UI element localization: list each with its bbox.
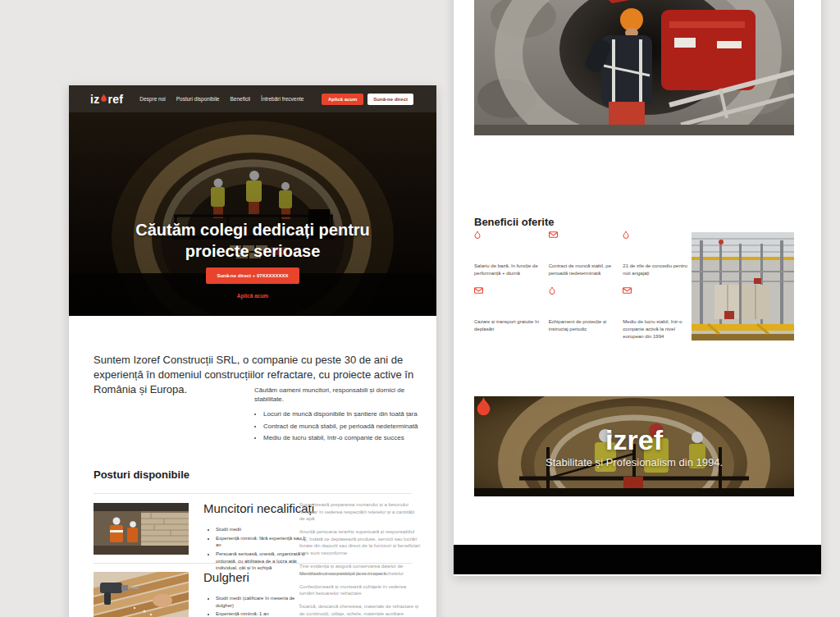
job-title: Dulgheri <box>203 570 249 584</box>
mail-icon <box>474 287 541 295</box>
nav-posturi-disponibile[interactable]: Posturi disponibile <box>176 96 220 102</box>
benefit-text: Cazare și transport gratuite în deplasăr… <box>474 318 541 333</box>
page-footer <box>454 545 821 574</box>
benefit-text: Mediu de lucru stabil, într-o companie a… <box>623 318 689 340</box>
benefit-item: Salariu de bază, în funcție de performan… <box>474 231 541 277</box>
logo[interactable]: iz ref <box>90 94 123 105</box>
banner-overlay: iz ref Stabilitate și Profesionalism din… <box>474 396 794 496</box>
banner-tagline: Stabilitate și Profesionalism din 1994. <box>546 456 723 468</box>
banner-logo: iz ref <box>605 426 663 454</box>
main-nav: Despre noi Posturi disponibile Beneficii… <box>139 96 304 102</box>
benefits-heading: Beneficii oferite <box>474 216 555 228</box>
flame-icon <box>100 94 107 103</box>
job-image-carpentry <box>94 572 189 617</box>
looking-bullet: Locuri de muncă disponibile în șantiere … <box>263 409 420 418</box>
job-requirement: Studii medii <box>216 526 308 533</box>
job-duties: Montează și/sau participă la montarea sc… <box>299 570 421 617</box>
job-requirement: Studii medii (calificare în meseria de d… <box>216 595 308 609</box>
site-header: iz ref Despre noi Posturi disponibile Be… <box>69 85 436 112</box>
logo-prefix: iz <box>605 426 627 454</box>
job-duty: Anunță persoana ierarhic superioară și r… <box>299 528 421 557</box>
flame-icon <box>474 231 541 240</box>
landing-page-right: Beneficii oferite Salariu de bază, în fu… <box>454 0 821 576</box>
looking-bullet: Contract de muncă stabil, pe perioadă ne… <box>263 422 420 431</box>
benefit-text: 21 de zile de concediu pentru noii angaj… <box>623 263 689 277</box>
job-requirements: Studii medii Experiență minimă: fără exp… <box>210 526 308 574</box>
hero-section: Căutăm colegi dedicați pentru proiecte s… <box>69 112 436 316</box>
benefit-item: Contract de muncă stabil, pe perioadă ne… <box>549 231 615 277</box>
benefit-text: Echipament de protecție și instructaj pe… <box>549 318 615 333</box>
nav-beneficii[interactable]: Beneficii <box>231 96 251 102</box>
looking-bullets: Locuri de muncă disponibile în șantiere … <box>254 409 420 442</box>
benefit-item: Echipament de protecție și instructaj pe… <box>549 287 615 340</box>
brand-banner: iz ref Stabilitate și Profesionalism din… <box>474 396 794 496</box>
job-duty: Montează și/sau participă la montarea sc… <box>299 570 421 578</box>
job-requirement: Persoană serioasă, onestă, organizată și… <box>216 551 308 572</box>
flame-icon <box>475 396 492 419</box>
looking-bullet: Mediu de lucru stabil, într-o companie d… <box>263 433 420 442</box>
looking-for-block: Căutăm oameni muncitori, responsabili și… <box>254 386 420 445</box>
benefit-item: Mediu de lucru stabil, într-o companie a… <box>623 287 689 340</box>
tunnel-worker-image <box>474 0 794 135</box>
job-duty: Confecționează și montează cofrajele în … <box>299 583 421 597</box>
mail-icon <box>549 231 615 240</box>
landing-page-left: iz ref Despre noi Posturi disponibile Be… <box>69 85 436 617</box>
benefit-text: Contract de muncă stabil, pe perioadă ne… <box>549 263 615 277</box>
nav-intrebari-frecvente[interactable]: Întrebări frecvente <box>261 96 304 102</box>
benefits-grid: Salariu de bază, în funcție de performan… <box>474 231 689 340</box>
call-us-button[interactable]: Sună-ne direct <box>368 94 413 105</box>
job-image-masonry <box>94 503 189 555</box>
job-duty: Încarcă, descarcă cherestea, materiale d… <box>299 603 421 617</box>
positions-heading: Posturi disponibile <box>94 468 189 481</box>
nav-despre-noi[interactable]: Despre noi <box>139 96 165 102</box>
hero-apply-link[interactable]: Aplică acum <box>237 293 268 299</box>
mail-icon <box>623 287 689 295</box>
benefit-item: Cazare și transport gratuite în deplasăr… <box>474 287 541 340</box>
flame-icon <box>549 287 615 295</box>
job-title: Muncitori necalificați <box>203 501 314 515</box>
apply-now-button[interactable]: Aplică acum <box>322 94 363 105</box>
hero-call-button[interactable]: Sună-ne direct + 07XXXXXXXX <box>206 267 299 284</box>
job-requirement: Experiență minimă: fără experiență sau 1… <box>216 535 308 549</box>
benefit-item: 21 de zile de concediu pentru noii angaj… <box>623 231 689 277</box>
factory-interior-image <box>692 232 794 340</box>
hero-title: Căutăm colegi dedicați pentru proiecte s… <box>135 219 370 262</box>
divider <box>94 563 412 564</box>
job-requirement: Experiență minimă: 1 an <box>216 610 308 617</box>
design-canvas: iz ref Despre noi Posturi disponibile Be… <box>0 0 840 617</box>
job-requirements: Studii medii (calificare în meseria de d… <box>210 595 308 617</box>
logo-suffix: ref <box>108 94 124 105</box>
job-duty: Supervizează prepararea mortarului și a … <box>299 501 421 523</box>
benefit-text: Salariu de bază, în funcție de performan… <box>474 263 541 277</box>
logo-suffix: ref <box>627 426 662 454</box>
hero-content: Căutăm colegi dedicați pentru proiecte s… <box>69 112 436 316</box>
logo-prefix: iz <box>90 94 100 105</box>
flame-icon <box>623 231 689 240</box>
looking-lead: Căutăm oameni muncitori, responsabili și… <box>254 386 420 404</box>
divider <box>94 493 412 494</box>
